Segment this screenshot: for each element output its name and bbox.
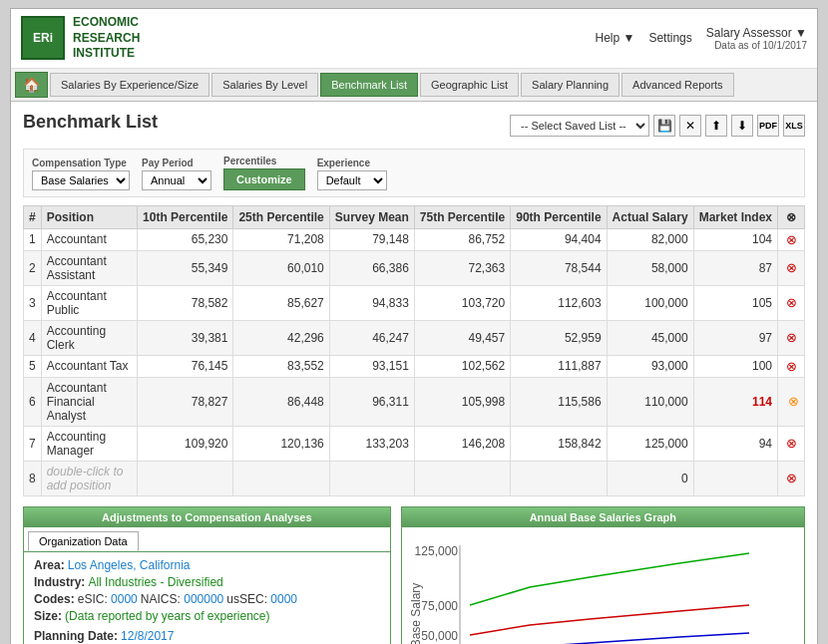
delete-saved-button[interactable]: ✕ (679, 115, 701, 137)
delete-row-button[interactable]: ⊗ (783, 330, 799, 345)
svg-text:50,000: 50,000 (421, 629, 458, 643)
table-row: 4 Accounting Clerk 39,381 42,296 46,247 … (24, 320, 805, 355)
row-num: 6 (24, 377, 42, 426)
row-p25: 60,010 (233, 250, 329, 285)
row-p75: 105,998 (414, 377, 510, 426)
col-header-index: Market Index (693, 205, 777, 228)
filter-row: Compensation Type Base Salaries Pay Peri… (23, 149, 805, 197)
table-row: 6 Accountant Financial Analyst 78,827 86… (24, 377, 805, 426)
tab-benchmark-list[interactable]: Benchmark List (320, 73, 418, 97)
content-area: Benchmark List -- Select Saved List -- 💾… (11, 102, 817, 644)
row-actual: 110,000 (607, 377, 693, 426)
tab-geographic-list[interactable]: Geographic List (420, 73, 519, 97)
row-num: 4 (24, 320, 42, 355)
row-index: 97 (693, 320, 777, 355)
graph-panel-header: Annual Base Salaries Graph (402, 507, 804, 527)
customize-button[interactable]: Customize (223, 168, 305, 190)
tab-salary-planning[interactable]: Salary Planning (521, 73, 620, 97)
row-position[interactable]: Accountant Tax (41, 355, 137, 377)
graph-body: Base Salary 125,000 75,000 50,000 1 5 10… (402, 527, 804, 644)
xls-button[interactable]: XLS (783, 115, 805, 137)
upload-button[interactable]: ⬆ (705, 115, 727, 137)
row-position[interactable]: Accountant (41, 228, 137, 250)
col-header-mean: Survey Mean (329, 205, 414, 228)
col-header-p10: 10th Percentile (138, 205, 233, 228)
row-p90: 94,404 (511, 228, 607, 250)
tab-advanced-reports[interactable]: Advanced Reports (621, 73, 734, 97)
pay-period-group: Pay Period Annual (142, 158, 211, 190)
pdf-button[interactable]: PDF (757, 115, 779, 137)
percentiles-group: Percentiles Customize (223, 156, 305, 190)
row-position[interactable]: Accounting Manager (41, 426, 137, 461)
tab-salaries-experience[interactable]: Salaries By Experience/Size (50, 73, 209, 97)
company-name: ECONOMIC RESEARCH INSTITUTE (73, 15, 140, 62)
row-p90: 115,586 (511, 377, 607, 426)
row-mean: 46,247 (329, 320, 414, 355)
row-p90: 112,603 (511, 285, 607, 320)
row-position[interactable]: Accountant Public (41, 285, 137, 320)
save-button[interactable]: 💾 (653, 115, 675, 137)
delete-row-button[interactable]: ⊗ (788, 394, 799, 409)
row-num: 5 (24, 355, 42, 377)
pay-period-select[interactable]: Annual (142, 170, 211, 190)
delete-row-button[interactable]: ⊗ (783, 232, 799, 247)
planning-date-value: 12/8/2017 (121, 629, 174, 643)
area-link[interactable]: Los Angeles, California (68, 558, 191, 572)
benchmark-table: # Position 10th Percentile 25th Percenti… (23, 205, 805, 496)
area-row: Area: Los Angeles, California (34, 558, 380, 572)
delete-row-button[interactable]: ⊗ (783, 359, 799, 374)
bottom-panels: Adjustments to Compensation Analyses Org… (23, 506, 805, 644)
row-index: 87 (693, 250, 777, 285)
row-actual: 82,000 (607, 228, 693, 250)
row-p10: 76,145 (138, 355, 233, 377)
home-button[interactable]: 🏠 (15, 72, 48, 98)
page-title: Benchmark List (23, 112, 158, 133)
org-data-tab[interactable]: Organization Data (28, 531, 139, 551)
row-position[interactable]: Accounting Clerk (41, 320, 137, 355)
row-num: 2 (24, 250, 42, 285)
row-position[interactable]: Accountant Assistant (41, 250, 137, 285)
download-button[interactable]: ⬇ (731, 115, 753, 137)
row-p75: 49,457 (414, 320, 510, 355)
row-index: 105 (693, 285, 777, 320)
industry-value: All Industries - Diversified (88, 575, 222, 589)
help-link[interactable]: Help ▼ (596, 31, 635, 45)
row-actual: 58,000 (607, 250, 693, 285)
col-header-p75: 75th Percentile (414, 205, 510, 228)
delete-row-button[interactable]: ⊗ (783, 260, 799, 275)
row-position[interactable]: double-click to add position (41, 461, 137, 495)
row-mean: 94,833 (329, 285, 414, 320)
tab-salaries-level[interactable]: Salaries By Level (211, 73, 318, 97)
comp-type-select[interactable]: Base Salaries (32, 170, 130, 190)
row-actual: 100,000 (607, 285, 693, 320)
header: ERi ECONOMIC RESEARCH INSTITUTE Help ▼ S… (11, 9, 817, 69)
row-mean: 66,386 (329, 250, 414, 285)
saved-list-select[interactable]: -- Select Saved List -- (510, 115, 649, 137)
delete-row-button[interactable]: ⊗ (783, 295, 799, 310)
settings-link[interactable]: Settings (648, 31, 691, 45)
industry-row: Industry: All Industries - Diversified (34, 575, 380, 589)
row-p25: 42,296 (233, 320, 329, 355)
adjustments-panel-header: Adjustments to Compensation Analyses (24, 507, 390, 527)
header-right: Help ▼ Settings Salary Assessor ▼ Data a… (596, 26, 808, 51)
row-p75: 102,562 (414, 355, 510, 377)
col-header-actions: ⊗ (778, 205, 805, 228)
table-row: 3 Accountant Public 78,582 85,627 94,833… (24, 285, 805, 320)
row-position[interactable]: Accountant Financial Analyst (41, 377, 137, 426)
row-actual: 125,000 (607, 426, 693, 461)
table-row: 7 Accounting Manager 109,920 120,136 133… (24, 426, 805, 461)
size-row: Size: (Data reported by years of experie… (34, 609, 380, 623)
delete-row-button[interactable]: ⊗ (783, 436, 799, 451)
adjustments-panel-body: Area: Los Angeles, California Industry: … (24, 551, 390, 644)
delete-row-button[interactable]: ⊗ (783, 471, 799, 485)
ussec-link[interactable]: 0000 (270, 592, 297, 606)
row-p10: 78,827 (138, 377, 233, 426)
esic-link[interactable]: 0000 (111, 592, 138, 606)
experience-select[interactable]: Default (317, 170, 387, 190)
data-date: Data as of 10/1/2017 (706, 40, 807, 51)
row-index: 114 (693, 377, 777, 426)
pay-period-label: Pay Period (142, 158, 211, 168)
row-mean: 79,148 (329, 228, 414, 250)
salary-assessor-link[interactable]: Salary Assessor ▼ (706, 26, 807, 40)
naics-link[interactable]: 000000 (184, 592, 223, 606)
